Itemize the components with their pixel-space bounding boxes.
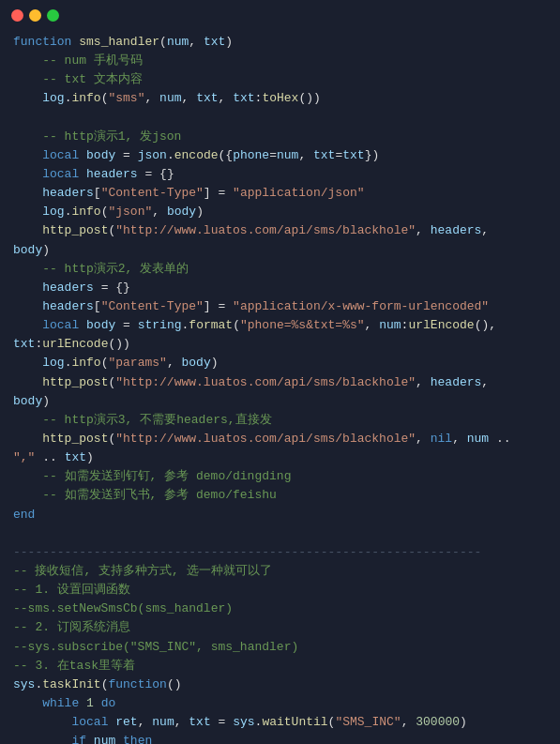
code-line: -- 3. 在task里等着 [13,657,547,676]
code-line: -- 接收短信, 支持多种方式, 选一种就可以了 [13,562,547,581]
code-line: -- http演示1, 发json [13,128,547,146]
code-line: http_post("http://www.luatos.com/api/sms… [13,373,547,392]
title-bar [0,0,560,29]
code-line: local headers = {} [13,165,547,184]
code-line: -- 1. 设置回调函数 [13,581,547,600]
code-line: --sys.subscribe("SMS_INC", sms_handler) [13,638,547,657]
code-line: -- num 手机号码 [13,52,547,70]
code-line: --sms.setNewSmsCb(sms_handler) [13,600,547,618]
code-line: -- txt 文本内容 [13,70,547,89]
close-button[interactable] [11,9,23,22]
editor-window: function sms_handler(num, txt) -- num 手机… [0,0,560,744]
code-line: -- http演示3, 不需要headers,直接发 [13,411,547,430]
code-line: http_post("http://www.luatos.com/api/sms… [13,221,547,240]
code-line [13,109,547,128]
code-line: if num then [13,732,547,744]
code-line: end [13,506,547,524]
code-line: log.info("sms", num, txt, txt:toHex()) [13,89,547,108]
code-line: body) [13,241,547,260]
code-line: log.info("params", body) [13,354,547,372]
code-line: -- 如需发送到飞书, 参考 demo/feishu [13,486,547,505]
code-line: -- 如需发送到钉钉, 参考 demo/dingding [13,467,547,486]
code-line: function sms_handler(num, txt) [13,33,547,52]
divider-line: ----------------------------------------… [13,543,547,562]
code-line: http_post("http://www.luatos.com/api/sms… [13,430,547,448]
code-line: local body = string.format("phone=%s&txt… [13,316,547,335]
code-line: "," .. txt) [13,448,547,467]
code-line: sys.taskInit(function() [13,676,547,694]
minimize-button[interactable] [29,9,41,22]
code-line: headers = {} [13,279,547,297]
code-line: txt:urlEncode()) [13,335,547,354]
code-line [13,524,547,543]
code-line: headers["Content-Type"] = "application/x… [13,297,547,316]
code-line: -- http演示2, 发表单的 [13,260,547,279]
code-line: body) [13,392,547,411]
code-line: -- 2. 订阅系统消息 [13,618,547,637]
code-line: while 1 do [13,694,547,713]
code-line: local ret, num, txt = sys.waitUntil("SMS… [13,713,547,732]
code-line: local body = json.encode({phone=num, txt… [13,146,547,165]
code-line: headers["Content-Type"] = "application/j… [13,184,547,203]
code-editor: function sms_handler(num, txt) -- num 手机… [0,29,560,744]
code-line: log.info("json", body) [13,203,547,221]
maximize-button[interactable] [47,9,59,22]
